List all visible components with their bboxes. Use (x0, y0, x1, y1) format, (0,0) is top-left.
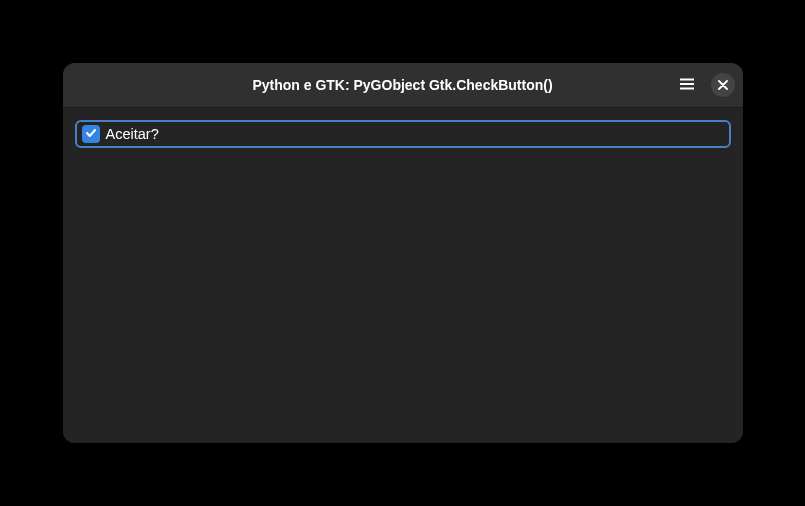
window-title: Python e GTK: PyGObject Gtk.CheckButton(… (252, 77, 552, 93)
window-content: Aceitar? (63, 108, 743, 443)
header-bar: Python e GTK: PyGObject Gtk.CheckButton(… (63, 63, 743, 108)
checkbox-indicator (82, 125, 100, 143)
hamburger-icon (679, 76, 695, 95)
close-icon (718, 78, 728, 93)
checkmark-icon (85, 125, 97, 143)
check-button[interactable]: Aceitar? (75, 120, 731, 148)
checkbox-label: Aceitar? (106, 126, 159, 142)
application-window: Python e GTK: PyGObject Gtk.CheckButton(… (63, 63, 743, 443)
menu-button[interactable] (675, 73, 699, 97)
close-button[interactable] (711, 73, 735, 97)
svg-rect-2 (680, 87, 694, 89)
header-controls (675, 73, 735, 97)
svg-rect-0 (680, 78, 694, 80)
svg-rect-1 (680, 83, 694, 85)
